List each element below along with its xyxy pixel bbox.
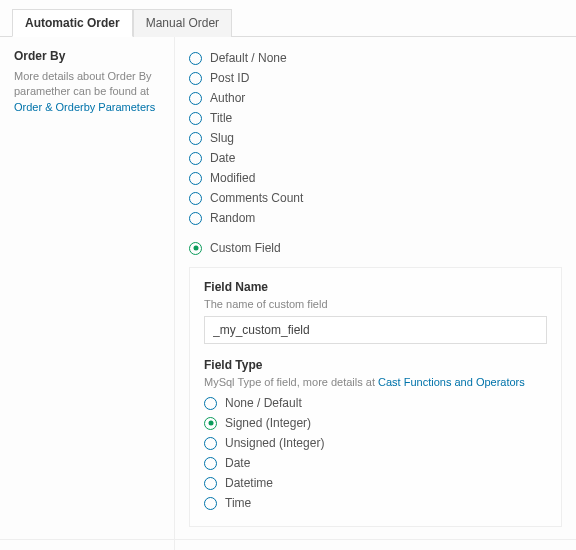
order-options: Descending Ascending: [175, 540, 576, 550]
tab-manual-order[interactable]: Manual Order: [133, 9, 232, 37]
tab-automatic-order[interactable]: Automatic Order: [12, 9, 133, 37]
radio-random-label: Random: [210, 209, 255, 227]
section-order-by: Order By More details about Order By par…: [0, 37, 576, 540]
order-sidebar: Order More details about Order paramethe…: [0, 540, 175, 550]
radio-author-label: Author: [210, 89, 245, 107]
order-by-options: Default / None Post ID Author Title Slug…: [175, 37, 576, 539]
radio-type-signed-label: Signed (Integer): [225, 414, 311, 432]
radio-date[interactable]: [189, 152, 202, 165]
radio-custom-field-label: Custom Field: [210, 239, 281, 257]
order-by-desc-text: More details about Order By paramether c…: [14, 70, 152, 97]
field-type-title: Field Type: [204, 358, 547, 372]
order-by-doc-link[interactable]: Order & Orderby Parameters: [14, 101, 155, 113]
radio-type-date-label: Date: [225, 454, 250, 472]
settings-panel: Automatic Order Manual Order Order By Mo…: [0, 0, 576, 550]
tabs-bar: Automatic Order Manual Order: [0, 0, 576, 37]
radio-postid-label: Post ID: [210, 69, 249, 87]
radio-type-time-label: Time: [225, 494, 251, 512]
custom-field-box: Field Name The name of custom field Fiel…: [189, 267, 562, 527]
radio-type-none[interactable]: [204, 397, 217, 410]
radio-type-unsigned-label: Unsigned (Integer): [225, 434, 324, 452]
radio-author[interactable]: [189, 92, 202, 105]
radio-modified-label: Modified: [210, 169, 255, 187]
radio-comments-label: Comments Count: [210, 189, 303, 207]
field-name-desc: The name of custom field: [204, 298, 547, 310]
field-name-input[interactable]: [204, 316, 547, 344]
radio-type-time[interactable]: [204, 497, 217, 510]
order-by-title: Order By: [14, 49, 160, 63]
radio-default-label: Default / None: [210, 49, 287, 67]
field-type-doc-link[interactable]: Cast Functions and Operators: [378, 376, 525, 388]
radio-comments[interactable]: [189, 192, 202, 205]
radio-modified[interactable]: [189, 172, 202, 185]
radio-type-none-label: None / Default: [225, 394, 302, 412]
radio-postid[interactable]: [189, 72, 202, 85]
radio-type-date[interactable]: [204, 457, 217, 470]
order-by-desc: More details about Order By paramether c…: [14, 69, 160, 115]
radio-custom-field[interactable]: [189, 242, 202, 255]
field-type-desc: MySql Type of field, more details at Cas…: [204, 376, 547, 388]
radio-title[interactable]: [189, 112, 202, 125]
section-order: Order More details about Order paramethe…: [0, 540, 576, 550]
field-type-desc-text: MySql Type of field, more details at: [204, 376, 378, 388]
radio-title-label: Title: [210, 109, 232, 127]
radio-random[interactable]: [189, 212, 202, 225]
radio-default[interactable]: [189, 52, 202, 65]
radio-type-datetime[interactable]: [204, 477, 217, 490]
radio-slug[interactable]: [189, 132, 202, 145]
field-name-title: Field Name: [204, 280, 547, 294]
radio-type-datetime-label: Datetime: [225, 474, 273, 492]
radio-type-unsigned[interactable]: [204, 437, 217, 450]
radio-slug-label: Slug: [210, 129, 234, 147]
radio-date-label: Date: [210, 149, 235, 167]
order-by-sidebar: Order By More details about Order By par…: [0, 37, 175, 539]
radio-type-signed[interactable]: [204, 417, 217, 430]
